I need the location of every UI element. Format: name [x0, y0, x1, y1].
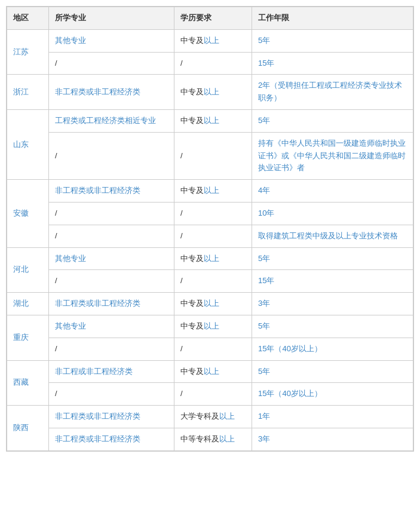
- table-row: //取得建筑工程类中级及以上专业技术资格: [7, 225, 413, 247]
- table-row: 山东工程类或工程经济类相近专业中专及以上5年: [7, 109, 413, 132]
- edu-cell: /: [174, 132, 252, 179]
- table-row: 重庆其他专业中专及以上5年: [7, 315, 413, 338]
- header-edu: 学历要求: [174, 7, 252, 30]
- table-row: 陕西非工程类或非工程经济类大学专科及以上1年: [7, 406, 413, 428]
- major-cell: 其他专业: [49, 29, 174, 52]
- header-work: 工作年限: [252, 7, 413, 30]
- work-cell: 2年（受聘担任工程或工程经济类专业技术职务）: [252, 75, 413, 110]
- edu-cell: 中专及以上: [174, 29, 252, 52]
- major-cell: 其他专业: [49, 247, 174, 270]
- major-cell: 非工程类或非工程经济类: [49, 75, 174, 110]
- region-cell: 西藏: [7, 360, 49, 406]
- edu-cell: /: [174, 383, 252, 406]
- table-row: //持有《中华人民共和国一级建造师临时执业证书》或《中华人民共和国二级建造师临时…: [7, 132, 413, 179]
- edu-cell: 中专及以上: [174, 360, 252, 383]
- region-cell: 浙江: [7, 75, 49, 110]
- major-cell: 非工程类或非工程经济类: [49, 293, 174, 315]
- work-cell: 5年: [252, 29, 413, 52]
- region-cell: 安徽: [7, 180, 49, 247]
- table-row: 湖北非工程类或非工程经济类中专及以上3年: [7, 293, 413, 315]
- header-major: 所学专业: [49, 7, 174, 30]
- edu-cell: 大学专科及以上: [174, 406, 252, 428]
- work-cell: 5年: [252, 360, 413, 383]
- table-header-row: 地区 所学专业 学历要求 工作年限: [7, 7, 413, 30]
- region-cell: 山东: [7, 109, 49, 179]
- major-cell: /: [49, 52, 174, 75]
- work-cell: 4年: [252, 180, 413, 203]
- work-cell: 5年: [252, 109, 413, 132]
- table-row: 河北其他专业中专及以上5年: [7, 247, 413, 270]
- work-cell: 15年: [252, 270, 413, 293]
- table-row: 江苏其他专业中专及以上5年: [7, 29, 413, 52]
- table-row: 西藏非工程或非工程经济类中专及以上5年: [7, 360, 413, 383]
- edu-cell: 中专及以上: [174, 315, 252, 338]
- region-cell: 江苏: [7, 29, 49, 75]
- work-cell: 3年: [252, 293, 413, 315]
- major-cell: 非工程类或非工程经济类: [49, 180, 174, 203]
- major-cell: /: [49, 225, 174, 247]
- table-row: 非工程类或非工程经济类中等专科及以上3年: [7, 428, 413, 450]
- main-table-container: 地区 所学专业 学历要求 工作年限 江苏其他专业中专及以上5年//15年浙江非工…: [6, 6, 414, 452]
- work-cell: 3年: [252, 428, 413, 450]
- major-cell: /: [49, 338, 174, 360]
- region-cell: 重庆: [7, 315, 49, 360]
- edu-cell: /: [174, 202, 252, 225]
- edu-cell: 中等专科及以上: [174, 428, 252, 450]
- edu-cell: 中专及以上: [174, 109, 252, 132]
- table-row: 浙江非工程类或非工程经济类中专及以上2年（受聘担任工程或工程经济类专业技术职务）: [7, 75, 413, 110]
- table-row: //15年: [7, 270, 413, 293]
- table-row: //15年（40岁以上）: [7, 383, 413, 406]
- work-cell: 15年（40岁以上）: [252, 338, 413, 360]
- edu-cell: /: [174, 338, 252, 360]
- major-cell: 工程类或工程经济类相近专业: [49, 109, 174, 132]
- edu-cell: 中专及以上: [174, 180, 252, 203]
- table-row: 安徽非工程类或非工程经济类中专及以上4年: [7, 180, 413, 203]
- work-cell: 取得建筑工程类中级及以上专业技术资格: [252, 225, 413, 247]
- work-cell: 10年: [252, 202, 413, 225]
- region-cell: 陕西: [7, 406, 49, 451]
- major-cell: /: [49, 270, 174, 293]
- major-cell: 其他专业: [49, 315, 174, 338]
- major-cell: 非工程类或非工程经济类: [49, 406, 174, 428]
- work-cell: 15年（40岁以上）: [252, 383, 413, 406]
- major-cell: 非工程或非工程经济类: [49, 360, 174, 383]
- work-cell: 1年: [252, 406, 413, 428]
- work-cell: 5年: [252, 247, 413, 270]
- major-cell: /: [49, 202, 174, 225]
- edu-cell: 中专及以上: [174, 75, 252, 110]
- region-cell: 湖北: [7, 293, 49, 315]
- edu-cell: 中专及以上: [174, 247, 252, 270]
- edu-cell: /: [174, 270, 252, 293]
- work-cell: 15年: [252, 52, 413, 75]
- requirements-table: 地区 所学专业 学历要求 工作年限 江苏其他专业中专及以上5年//15年浙江非工…: [7, 7, 413, 451]
- table-row: //15年: [7, 52, 413, 75]
- work-cell: 5年: [252, 315, 413, 338]
- edu-cell: /: [174, 225, 252, 247]
- edu-cell: /: [174, 52, 252, 75]
- edu-cell: 中专及以上: [174, 293, 252, 315]
- work-cell: 持有《中华人民共和国一级建造师临时执业证书》或《中华人民共和国二级建造师临时执业…: [252, 132, 413, 179]
- table-row: //10年: [7, 202, 413, 225]
- region-cell: 河北: [7, 247, 49, 293]
- major-cell: 非工程类或非工程经济类: [49, 428, 174, 450]
- header-region: 地区: [7, 7, 49, 30]
- major-cell: /: [49, 132, 174, 179]
- major-cell: /: [49, 383, 174, 406]
- table-row: //15年（40岁以上）: [7, 338, 413, 360]
